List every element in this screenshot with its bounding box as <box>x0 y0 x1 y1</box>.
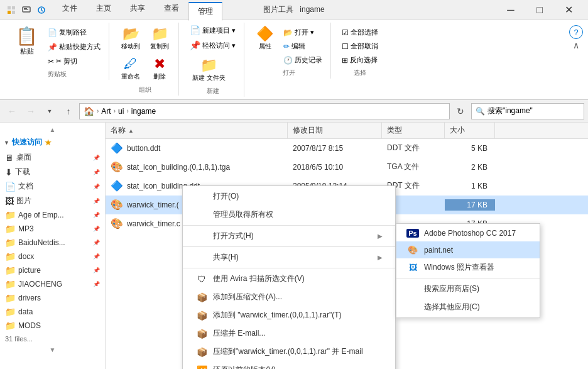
col-type-label: 类型 <box>387 125 402 136</box>
sidebar-item-drivers[interactable]: 📁 drivers <box>0 291 105 305</box>
sidebar-scroll-down[interactable]: ▼ <box>0 345 105 355</box>
maximize-button[interactable]: □ <box>525 0 554 20</box>
sidebar-scroll-up[interactable]: ▲ <box>0 125 105 135</box>
tab-share[interactable]: 共享 <box>121 0 155 20</box>
submenu-other[interactable]: 选择其他应用(C) <box>396 298 540 316</box>
submenu-paintnet[interactable]: 🎨 paint.net <box>396 241 540 258</box>
titlebar-icons <box>5 5 48 15</box>
col-name-sort-icon: ▲ <box>128 128 134 134</box>
ctx-add-archive2[interactable]: 📦 添加到 "warwick_timer.(0,0,1,1).rar"(T) <box>183 306 395 324</box>
ctx-avira[interactable]: 🛡 使用 Avira 扫描所选文件(V) <box>183 270 395 288</box>
invert-select-button[interactable]: ⊞ 反向选择 <box>339 54 381 66</box>
sidebar-item-docs[interactable]: 📄 文档 📌 <box>0 179 105 194</box>
new-item-button[interactable]: 📄 新建项目 ▾ <box>187 24 239 36</box>
quick-access-header[interactable]: ▼ 快速访问 ★ <box>0 135 105 150</box>
forward-button[interactable]: → <box>23 103 39 119</box>
addressbar: ← → ▼ ↑ 🏠 › Art › ui › ingame ↻ 🔍 <box>0 100 588 123</box>
col-header-type[interactable]: 类型 <box>382 123 445 138</box>
ctx-compress-email[interactable]: 📦 压缩并 E-mail... <box>183 324 395 343</box>
ctx-add-archive-icon: 📦 <box>195 292 208 302</box>
address-bar[interactable]: 🏠 › Art › ui › ingame <box>79 103 450 119</box>
recent-locations-button[interactable]: ▼ <box>41 103 58 119</box>
sidebar-item-mods[interactable]: 📁 MODS <box>0 319 105 333</box>
ctx-open-label: 打开(O) <box>213 191 383 202</box>
sidebar-item-drivers-label: drivers <box>18 294 100 302</box>
paste-button[interactable]: 📋 粘贴 <box>10 24 43 58</box>
new-item-icon: 📄 <box>190 25 200 35</box>
deselect-all-button[interactable]: ☐ 全部取消 <box>339 40 381 52</box>
quick-access-expand-icon: ▼ <box>4 140 9 146</box>
minimize-button[interactable]: ─ <box>496 0 525 20</box>
ctx-admin[interactable]: 管理员取得所有权 <box>183 206 395 224</box>
svg-rect-1 <box>12 6 15 9</box>
titlebar-controls: ─ □ ✕ <box>496 0 583 20</box>
rename-button[interactable]: 🖊 重命名 <box>117 54 144 83</box>
ctx-restore[interactable]: ⏪ 还原以前的版本(V) <box>183 361 395 369</box>
tab-manage[interactable]: 管理 <box>188 2 222 21</box>
pictures-icon: 🖼 <box>5 196 14 206</box>
sidebar-item-docx[interactable]: 📁 docx 📌 <box>0 250 105 263</box>
edit-button[interactable]: ✏ 编辑 <box>280 40 325 52</box>
history-button[interactable]: 🕐 历史记录 <box>280 54 325 66</box>
expand-ribbon-button[interactable]: ∧ <box>573 40 579 50</box>
ctx-add-archive2-icon: 📦 <box>195 311 208 321</box>
ribbon-group-clipboard: 📋 粘贴 📄 复制路径 📌 粘贴快捷方式 ✂ ✂ 剪切 剪贴板 <box>5 23 109 80</box>
sidebar-more-items: 31 files... <box>0 333 105 345</box>
sidebar-item-data[interactable]: 📁 data <box>0 305 105 319</box>
col-header-date[interactable]: 修改日期 <box>288 123 382 138</box>
paste-shortcut-button[interactable]: 📌 粘贴快捷方式 <box>45 41 104 53</box>
ctx-add-archive[interactable]: 📦 添加到压缩文件(A)... <box>183 288 395 306</box>
file-row-stat-tga[interactable]: 🎨 stat_icon_building.(0,1,8,1).tga 2018/… <box>106 158 588 177</box>
mp3-folder-icon: 📁 <box>5 224 16 234</box>
age-pin-icon: 📌 <box>93 212 100 218</box>
ctx-open[interactable]: 打开(O) <box>183 187 395 206</box>
ctx-open-with[interactable]: 打开方式(H) ▶ <box>183 227 395 245</box>
sidebar-item-mp3-label: MP3 <box>18 224 90 233</box>
titlebar-icon-2 <box>20 5 33 15</box>
sidebar-item-age[interactable]: 📁 Age of Emp... 📌 <box>0 208 105 222</box>
ctx-sep-2 <box>183 246 395 247</box>
delete-button[interactable]: ✖ 删除 <box>148 54 172 83</box>
sidebar-item-desktop[interactable]: 🖥 桌面 📌 <box>0 150 105 165</box>
tab-file[interactable]: 文件 <box>53 0 87 20</box>
file-date-button: 2007/8/17 8:15 <box>288 143 382 154</box>
file-row-button[interactable]: 🔷 button.ddt 2007/8/17 8:15 DDT 文件 5 KB <box>106 139 588 158</box>
file-icon-warwick1: 🎨 <box>111 199 123 211</box>
tab-home[interactable]: 主页 <box>87 0 121 20</box>
sidebar-item-picture[interactable]: 📁 picture 📌 <box>0 263 105 277</box>
copy-to-button[interactable]: 📁 复制到 <box>146 24 173 53</box>
sidebar-item-jiaocheng[interactable]: 📁 JIAOCHENG 📌 <box>0 277 105 291</box>
search-input[interactable] <box>487 107 575 116</box>
new-folder-button[interactable]: 📁 新建 文件夹 <box>187 55 231 84</box>
ctx-compress-email2[interactable]: 📦 压缩到"warwick_timer.(0,0,1,1).rar" 并 E-m… <box>183 343 395 361</box>
submenu-photoshop[interactable]: Ps Adobe Photoshop CC 2017 <box>396 225 540 241</box>
submenu-sep <box>396 278 540 278</box>
select-all-button[interactable]: ☑ 全部选择 <box>339 26 381 38</box>
copy-path-button[interactable]: 📄 复制路径 <box>45 26 104 38</box>
sidebar-item-pictures[interactable]: 🖼 图片 📌 <box>0 194 105 208</box>
submenu-store[interactable]: 搜索应用商店(S) <box>396 280 540 298</box>
col-header-name[interactable]: 名称 ▲ <box>106 123 288 138</box>
close-button[interactable]: ✕ <box>554 0 583 20</box>
back-button[interactable]: ← <box>4 103 20 119</box>
up-button[interactable]: ↑ <box>60 103 77 119</box>
sidebar-item-age-label: Age of Emp... <box>18 211 90 219</box>
baidu-pin-icon: 📌 <box>93 240 100 246</box>
open-button[interactable]: 📂 打开 ▾ <box>280 26 325 38</box>
refresh-button[interactable]: ↻ <box>452 103 469 119</box>
sidebar-item-baidu[interactable]: 📁 BaiduNetdis... 📌 <box>0 236 105 250</box>
props-button[interactable]: 🔶 属性 <box>252 24 278 53</box>
easy-access-button[interactable]: 📌 轻松访问 ▾ <box>187 39 239 52</box>
col-header-size[interactable]: 大小 <box>445 123 495 138</box>
submenu-winphoto[interactable]: 🖼 Windows 照片查看器 <box>396 258 540 277</box>
svg-rect-6 <box>24 9 28 10</box>
move-button[interactable]: 📂 移动到 <box>117 24 144 53</box>
search-icon: 🔍 <box>476 107 485 116</box>
ctx-open-with-arrow: ▶ <box>378 233 383 240</box>
help-button[interactable]: ? <box>569 25 583 39</box>
sidebar-item-downloads[interactable]: ⬇ 下载 📌 <box>0 165 105 179</box>
sidebar-item-mp3[interactable]: 📁 MP3 📌 <box>0 222 105 236</box>
tab-view[interactable]: 查看 <box>155 0 188 20</box>
cut-button[interactable]: ✂ ✂ 剪切 <box>45 55 104 67</box>
ctx-share[interactable]: 共享(H) ▶ <box>183 248 395 267</box>
